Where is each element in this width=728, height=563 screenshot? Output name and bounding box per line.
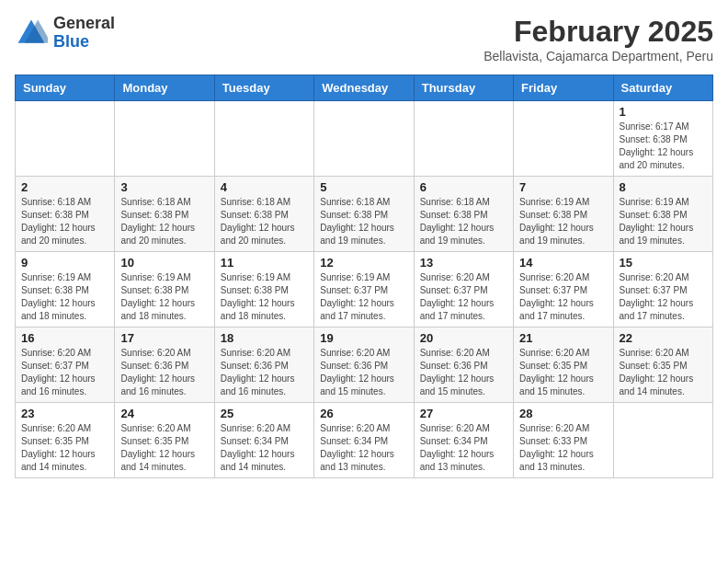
day-number: 21 xyxy=(519,331,607,345)
weekday-header: Sunday xyxy=(16,75,115,101)
calendar-cell xyxy=(115,101,214,177)
day-number: 18 xyxy=(221,331,308,345)
title-block: February 2025 Bellavista, Cajamarca Depa… xyxy=(483,15,713,63)
day-info: Sunrise: 6:20 AM Sunset: 6:37 PM Dayligh… xyxy=(519,271,607,323)
day-number: 14 xyxy=(519,256,607,270)
day-info: Sunrise: 6:19 AM Sunset: 6:37 PM Dayligh… xyxy=(320,271,407,323)
day-info: Sunrise: 6:20 AM Sunset: 6:36 PM Dayligh… xyxy=(320,347,407,398)
day-number: 16 xyxy=(21,331,108,345)
day-number: 24 xyxy=(120,407,208,420)
calendar-cell: 1Sunrise: 6:17 AM Sunset: 6:38 PM Daylig… xyxy=(613,101,712,177)
day-number: 8 xyxy=(620,180,707,194)
day-info: Sunrise: 6:18 AM Sunset: 6:38 PM Dayligh… xyxy=(221,196,308,247)
calendar-cell: 24Sunrise: 6:20 AM Sunset: 6:35 PM Dayli… xyxy=(115,403,214,478)
logo-icon xyxy=(15,17,48,50)
calendar-week-row: 2Sunrise: 6:18 AM Sunset: 6:38 PM Daylig… xyxy=(16,177,713,252)
day-info: Sunrise: 6:20 AM Sunset: 6:36 PM Dayligh… xyxy=(120,347,208,398)
day-info: Sunrise: 6:20 AM Sunset: 6:36 PM Dayligh… xyxy=(420,347,507,398)
calendar-cell: 12Sunrise: 6:19 AM Sunset: 6:37 PM Dayli… xyxy=(314,252,414,327)
calendar-cell xyxy=(514,101,613,177)
day-info: Sunrise: 6:19 AM Sunset: 6:38 PM Dayligh… xyxy=(120,271,208,323)
day-info: Sunrise: 6:20 AM Sunset: 6:35 PM Dayligh… xyxy=(21,422,108,474)
logo-text: General Blue xyxy=(53,15,115,52)
day-info: Sunrise: 6:20 AM Sunset: 6:36 PM Dayligh… xyxy=(221,347,308,398)
calendar-cell xyxy=(414,101,513,177)
day-info: Sunrise: 6:20 AM Sunset: 6:33 PM Dayligh… xyxy=(519,422,607,474)
day-number: 27 xyxy=(420,407,507,420)
day-info: Sunrise: 6:19 AM Sunset: 6:38 PM Dayligh… xyxy=(519,196,607,247)
calendar-cell: 7Sunrise: 6:19 AM Sunset: 6:38 PM Daylig… xyxy=(514,177,613,252)
day-info: Sunrise: 6:20 AM Sunset: 6:35 PM Dayligh… xyxy=(519,347,607,398)
day-number: 26 xyxy=(320,407,407,420)
day-number: 17 xyxy=(120,331,208,345)
day-number: 5 xyxy=(320,180,407,194)
calendar-cell: 21Sunrise: 6:20 AM Sunset: 6:35 PM Dayli… xyxy=(514,327,613,403)
calendar-cell xyxy=(314,101,414,177)
calendar-week-row: 9Sunrise: 6:19 AM Sunset: 6:38 PM Daylig… xyxy=(16,252,713,327)
day-number: 28 xyxy=(519,407,607,420)
day-info: Sunrise: 6:20 AM Sunset: 6:34 PM Dayligh… xyxy=(320,422,407,474)
calendar-cell: 2Sunrise: 6:18 AM Sunset: 6:38 PM Daylig… xyxy=(16,177,115,252)
calendar-cell: 6Sunrise: 6:18 AM Sunset: 6:38 PM Daylig… xyxy=(414,177,513,252)
day-info: Sunrise: 6:20 AM Sunset: 6:35 PM Dayligh… xyxy=(620,347,707,398)
day-number: 7 xyxy=(519,180,607,194)
calendar-cell: 9Sunrise: 6:19 AM Sunset: 6:38 PM Daylig… xyxy=(16,252,115,327)
day-number: 3 xyxy=(120,180,208,194)
page-title: February 2025 xyxy=(483,15,713,49)
calendar-cell: 17Sunrise: 6:20 AM Sunset: 6:36 PM Dayli… xyxy=(115,327,214,403)
day-number: 4 xyxy=(221,180,308,194)
day-info: Sunrise: 6:20 AM Sunset: 6:35 PM Dayligh… xyxy=(120,422,208,474)
calendar-cell: 14Sunrise: 6:20 AM Sunset: 6:37 PM Dayli… xyxy=(514,252,613,327)
calendar-table: SundayMondayTuesdayWednesdayThursdayFrid… xyxy=(15,75,713,478)
calendar-week-row: 23Sunrise: 6:20 AM Sunset: 6:35 PM Dayli… xyxy=(16,403,713,478)
day-info: Sunrise: 6:20 AM Sunset: 6:37 PM Dayligh… xyxy=(420,271,507,323)
calendar-cell: 5Sunrise: 6:18 AM Sunset: 6:38 PM Daylig… xyxy=(314,177,414,252)
day-number: 13 xyxy=(420,256,507,270)
day-number: 10 xyxy=(120,256,208,270)
logo: General Blue xyxy=(15,15,115,52)
calendar-cell: 16Sunrise: 6:20 AM Sunset: 6:37 PM Dayli… xyxy=(16,327,115,403)
calendar-cell: 11Sunrise: 6:19 AM Sunset: 6:38 PM Dayli… xyxy=(214,252,313,327)
calendar-week-row: 1Sunrise: 6:17 AM Sunset: 6:38 PM Daylig… xyxy=(16,101,713,177)
day-info: Sunrise: 6:20 AM Sunset: 6:37 PM Dayligh… xyxy=(620,271,707,323)
day-number: 23 xyxy=(21,407,108,420)
calendar-cell: 3Sunrise: 6:18 AM Sunset: 6:38 PM Daylig… xyxy=(115,177,214,252)
calendar-cell: 4Sunrise: 6:18 AM Sunset: 6:38 PM Daylig… xyxy=(214,177,313,252)
day-info: Sunrise: 6:19 AM Sunset: 6:38 PM Dayligh… xyxy=(620,196,707,247)
day-info: Sunrise: 6:18 AM Sunset: 6:38 PM Dayligh… xyxy=(21,196,108,247)
page-header: General Blue February 2025 Bellavista, C… xyxy=(15,15,713,63)
calendar-cell xyxy=(214,101,313,177)
day-info: Sunrise: 6:18 AM Sunset: 6:38 PM Dayligh… xyxy=(420,196,507,247)
calendar-cell: 15Sunrise: 6:20 AM Sunset: 6:37 PM Dayli… xyxy=(613,252,712,327)
calendar-cell: 20Sunrise: 6:20 AM Sunset: 6:36 PM Dayli… xyxy=(414,327,513,403)
day-number: 1 xyxy=(620,105,707,119)
day-number: 15 xyxy=(620,256,707,270)
day-info: Sunrise: 6:20 AM Sunset: 6:34 PM Dayligh… xyxy=(221,422,308,474)
calendar-cell: 13Sunrise: 6:20 AM Sunset: 6:37 PM Dayli… xyxy=(414,252,513,327)
calendar-cell: 22Sunrise: 6:20 AM Sunset: 6:35 PM Dayli… xyxy=(613,327,712,403)
day-number: 19 xyxy=(320,331,407,345)
weekday-header: Thursday xyxy=(414,75,513,101)
day-number: 22 xyxy=(620,331,707,345)
calendar-cell: 26Sunrise: 6:20 AM Sunset: 6:34 PM Dayli… xyxy=(314,403,414,478)
day-info: Sunrise: 6:18 AM Sunset: 6:38 PM Dayligh… xyxy=(320,196,407,247)
calendar-cell: 8Sunrise: 6:19 AM Sunset: 6:38 PM Daylig… xyxy=(613,177,712,252)
day-number: 25 xyxy=(221,407,308,420)
calendar-cell xyxy=(613,403,712,478)
day-number: 2 xyxy=(21,180,108,194)
calendar-cell xyxy=(16,101,115,177)
calendar-week-row: 16Sunrise: 6:20 AM Sunset: 6:37 PM Dayli… xyxy=(16,327,713,403)
weekday-header: Monday xyxy=(115,75,214,101)
day-info: Sunrise: 6:19 AM Sunset: 6:38 PM Dayligh… xyxy=(21,271,108,323)
day-number: 11 xyxy=(221,256,308,270)
weekday-header: Tuesday xyxy=(214,75,313,101)
calendar-header-row: SundayMondayTuesdayWednesdayThursdayFrid… xyxy=(16,75,713,101)
weekday-header: Friday xyxy=(514,75,613,101)
day-info: Sunrise: 6:18 AM Sunset: 6:38 PM Dayligh… xyxy=(120,196,208,247)
calendar-cell: 27Sunrise: 6:20 AM Sunset: 6:34 PM Dayli… xyxy=(414,403,513,478)
calendar-cell: 28Sunrise: 6:20 AM Sunset: 6:33 PM Dayli… xyxy=(514,403,613,478)
calendar-cell: 19Sunrise: 6:20 AM Sunset: 6:36 PM Dayli… xyxy=(314,327,414,403)
day-number: 9 xyxy=(21,256,108,270)
day-info: Sunrise: 6:19 AM Sunset: 6:38 PM Dayligh… xyxy=(221,271,308,323)
day-number: 20 xyxy=(420,331,507,345)
